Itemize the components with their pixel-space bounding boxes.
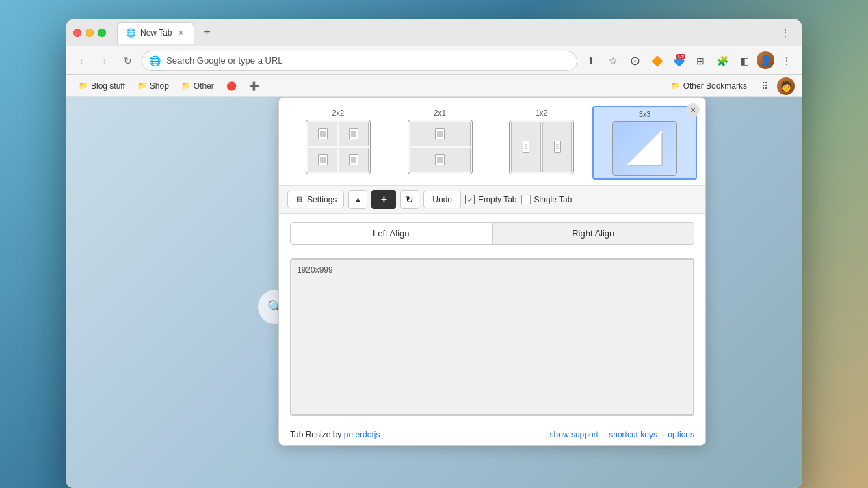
address-bar[interactable]: 🌐 Search Google or type a URL [142,51,577,71]
layout-option-1x2[interactable]: 1x2 [491,106,593,180]
nav-bar: ‹ › ↻ 🌐 Search Google or type a URL ⬆ ☆ … [66,46,802,75]
bookmark-label: Blog stuff [91,81,125,91]
extension3-icon[interactable]: ⊞ [691,51,710,70]
layout-thumbnail-2x1 [408,120,473,174]
empty-tab-checkbox[interactable]: ✓ [465,195,475,204]
forward-button[interactable]: › [95,51,114,70]
thumb-cell [308,148,338,172]
toolbar-icons: ⬆ ☆ ⊙ 🔶 Off 🔷 ⊞ 🧩 ◧ 👤 ⋮ [581,51,796,70]
extensions-icon[interactable]: 🧩 [713,51,732,70]
vpn-icon[interactable]: ⊙ [625,51,644,70]
bookmark-label: Other [194,81,214,91]
layout-option-3x3[interactable]: 3x3 [592,106,697,180]
chrome-menu-button[interactable]: ⋮ [777,51,796,70]
tab-end-controls: ⋮ [776,23,795,42]
tab-bar: 🌐 New Tab × + [117,22,770,44]
bookmark-blog-stuff[interactable]: 📁 Blog stuff [73,79,131,93]
undo-button[interactable]: Undo [423,191,461,208]
layout-thumbnail-2x2 [306,120,371,174]
new-tab-button[interactable]: + [197,23,216,42]
layout-thumbnail-3x3 [612,121,677,176]
expand-arrow-icon [624,128,666,169]
thumb-cell [308,122,338,146]
thumb-cell [410,148,471,172]
refresh-button[interactable]: ↻ [118,51,137,70]
bookmarks-bar: 📁 Blog stuff 📁 Shop 📁 Other 🔴 ➕ 📁 Other [66,75,802,97]
settings-button[interactable]: 🖥 Settings [287,191,344,208]
settings-label: Settings [307,195,337,204]
tab-strip-options-button[interactable]: ⋮ [776,23,795,42]
preview-area: 1920x999 [279,253,705,424]
monitor-icon: 🖥 [295,195,303,204]
thumb-cell [410,122,471,146]
folder-icon: 📁 [181,81,191,90]
close-window-button[interactable] [73,29,81,37]
bookmark-dots[interactable]: 🔴 [221,79,242,93]
layout-options-row: 2x2 2x1 [279,98,705,185]
bookmarks-right: 📁 Other Bookmarks ⠿ 🧑 [666,77,795,96]
separator-1: · [603,430,605,439]
add-tab-button[interactable]: + [371,190,396,209]
apps-icon[interactable]: ⠿ [755,77,774,96]
layout-label-1x2: 1x2 [536,109,548,117]
refresh-tabs-button[interactable]: ↻ [400,190,419,209]
shortcut-keys-link[interactable]: shortcut keys [609,430,657,439]
sidebar-icon[interactable]: ◧ [735,51,754,70]
single-tab-checkbox-item[interactable]: Single Tab [521,195,573,204]
left-align-button[interactable]: Left Align [290,222,492,245]
options-link[interactable]: options [668,430,694,439]
single-tab-checkbox[interactable] [521,195,531,204]
folder-icon: 📁 [79,81,88,90]
right-align-button[interactable]: Right Align [492,222,695,245]
back-button[interactable]: ‹ [72,51,91,70]
footer-brand: Tab Resize by peterdotjs [290,430,380,439]
layout-label-2x1: 2x1 [434,109,446,117]
thumb-cell [339,148,369,172]
bookmark-shop[interactable]: 📁 Shop [132,79,174,93]
brand-text: Tab Resize by [290,430,344,439]
ext-badge: Off [676,54,685,59]
preview-dimensions: 1920x999 [297,265,687,275]
thumb-cell [339,122,369,146]
traffic-lights [73,29,106,37]
content-area: 🔍 2x2 [66,97,802,488]
show-support-link[interactable]: show support [550,430,599,439]
thumb-cell [542,122,573,172]
brand-link[interactable]: peterdotjs [344,430,380,439]
tab-favicon: 🌐 [126,28,136,38]
layout-thumbnail-1x2 [509,120,574,174]
footer-links: show support · shortcut keys · options [550,430,694,439]
bookmark-other[interactable]: 📁 Other [176,79,220,93]
popup-close-button[interactable]: × [686,103,700,117]
empty-tab-checkbox-item[interactable]: ✓ Empty Tab [465,195,516,204]
dots-icon: 🔴 [226,81,237,91]
settings-row: 🖥 Settings ▲ + ↻ Undo ✓ Empty Tab Single… [279,185,705,214]
share-icon[interactable]: ⬆ [581,51,601,70]
active-tab[interactable]: 🌐 New Tab × [117,22,194,44]
bookmark-icon[interactable]: ☆ [603,51,622,70]
layout-option-2x1[interactable]: 2x1 [389,106,491,180]
bookmark-other-bookmarks[interactable]: 📁 Other Bookmarks [666,79,752,93]
tab-close-button[interactable]: × [176,28,185,38]
minimize-window-button[interactable] [86,29,94,37]
desktop: 🌐 New Tab × + ⋮ ‹ › ↻ 🌐 Search Google or… [0,0,868,488]
empty-tab-label: Empty Tab [478,195,516,204]
maximize-window-button[interactable] [98,29,106,37]
layout-option-2x2[interactable]: 2x2 [287,106,389,180]
extension2-icon[interactable]: Off 🔷 [669,51,688,70]
layout-label-3x3: 3x3 [639,110,651,118]
profile-icon[interactable]: 👤 [757,51,774,69]
thumb-cell [511,122,541,172]
folder-icon: 📁 [137,81,147,90]
extension-popup: 2x2 2x1 [278,97,706,446]
collapse-button[interactable]: ▲ [348,190,367,209]
bookmark-plus[interactable]: ➕ [244,79,265,93]
preview-box: 1920x999 [290,258,694,416]
title-bar: 🌐 New Tab × + ⋮ [66,19,802,46]
single-tab-label: Single Tab [534,195,573,204]
align-row: Left Align Right Align [279,214,705,253]
separator-2: · [661,430,663,439]
extension1-icon[interactable]: 🔶 [647,51,666,70]
user-avatar[interactable]: 🧑 [777,77,795,95]
browser-window: 🌐 New Tab × + ⋮ ‹ › ↻ 🌐 Search Google or… [66,19,802,488]
